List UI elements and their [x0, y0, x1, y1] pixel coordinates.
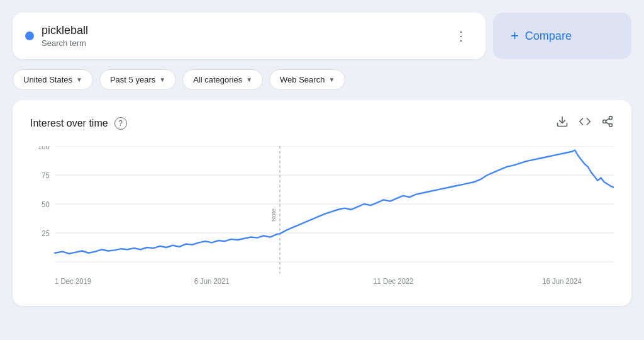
embed-icon[interactable] — [579, 115, 591, 131]
compare-label: Compare — [525, 30, 572, 43]
filter-region[interactable]: United States ▼ — [13, 69, 93, 90]
search-term-text: pickleball Search term — [42, 24, 88, 48]
blue-dot — [25, 31, 34, 40]
chart-card: Interest over time ? — [13, 100, 631, 306]
chart-area: 100 75 50 25 Note 1 Dec 2019 6 Jun 2021 … — [30, 146, 614, 291]
filter-region-label: United States — [23, 75, 72, 84]
chart-actions — [556, 115, 614, 131]
help-icon[interactable]: ? — [114, 117, 127, 130]
share-icon[interactable] — [601, 115, 614, 131]
trend-chart: 100 75 50 25 Note 1 Dec 2019 6 Jun 2021 … — [30, 146, 614, 291]
search-term-card: pickleball Search term ⋮ — [13, 13, 486, 59]
chart-header: Interest over time ? — [30, 115, 614, 131]
more-options-icon[interactable]: ⋮ — [450, 26, 473, 46]
chevron-down-icon: ▼ — [76, 76, 82, 83]
filter-time[interactable]: Past 5 years ▼ — [99, 69, 176, 90]
svg-line-5 — [606, 118, 609, 120]
filter-category-label: All categories — [193, 75, 242, 84]
download-icon[interactable] — [556, 115, 569, 131]
term-name: pickleball — [42, 24, 88, 37]
svg-text:75: 75 — [42, 171, 50, 179]
search-term-left: pickleball Search term — [25, 24, 88, 48]
term-label: Search term — [42, 38, 88, 48]
filter-category[interactable]: All categories ▼ — [182, 69, 263, 90]
svg-text:6 Jun 2021: 6 Jun 2021 — [194, 277, 230, 285]
svg-text:11 Dec 2022: 11 Dec 2022 — [373, 277, 413, 285]
svg-text:1 Dec 2019: 1 Dec 2019 — [55, 277, 91, 285]
filters-row: United States ▼ Past 5 years ▼ All categ… — [13, 69, 631, 90]
chevron-down-icon: ▼ — [246, 76, 252, 83]
svg-text:16 Jun 2024: 16 Jun 2024 — [542, 277, 582, 285]
compare-plus-icon: + — [511, 28, 519, 44]
filter-search-type-label: Web Search — [280, 75, 325, 84]
svg-text:100: 100 — [38, 146, 50, 151]
chart-title: Interest over time — [30, 118, 108, 129]
chevron-down-icon: ▼ — [159, 76, 165, 83]
chevron-down-icon: ▼ — [328, 76, 335, 83]
svg-text:Note: Note — [270, 208, 277, 222]
svg-text:25: 25 — [42, 229, 50, 237]
chart-title-area: Interest over time ? — [30, 117, 127, 130]
filter-search-type[interactable]: Web Search ▼ — [269, 69, 345, 90]
svg-line-4 — [606, 122, 609, 124]
filter-time-label: Past 5 years — [110, 75, 155, 84]
compare-card[interactable]: + Compare — [493, 13, 631, 59]
svg-text:50: 50 — [42, 200, 50, 208]
